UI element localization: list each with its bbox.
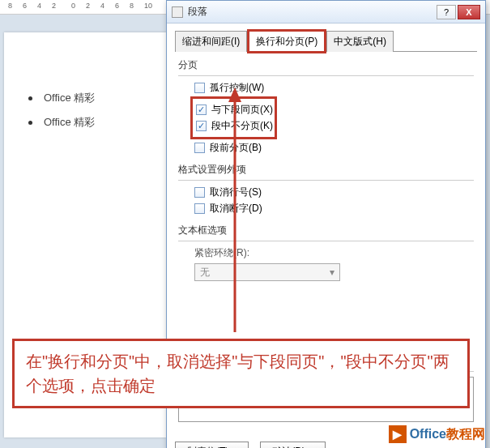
logo-icon: ▶ (389, 425, 407, 443)
keep-lines-together-checkbox[interactable] (196, 121, 207, 131)
group-label: 分页 (178, 58, 474, 72)
keep-with-next-checkbox[interactable] (196, 105, 207, 115)
select-value: 无 (200, 266, 210, 279)
list-item-text: Office 精彩 (44, 91, 95, 105)
ruler-mark: 10 (144, 2, 152, 10)
ruler-mark: 8 (8, 2, 12, 10)
suppress-line-numbers-checkbox[interactable] (194, 187, 205, 198)
list-item[interactable]: Office 精彩 (20, 91, 150, 105)
ruler-mark: 6 (115, 2, 119, 10)
tight-wrap-select[interactable]: 无 (194, 263, 340, 281)
bullet-icon (28, 121, 32, 125)
ruler-mark: 2 (86, 2, 90, 10)
dialog-icon (172, 6, 183, 18)
checkbox-label: 段中不分页(K) (211, 119, 273, 133)
wrap-label: 紧密环绕(R): (194, 246, 474, 260)
tab-chinese-typography[interactable]: 中文版式(H) (326, 31, 394, 52)
close-button[interactable]: X (458, 5, 480, 19)
help-button[interactable]: ? (437, 5, 456, 19)
default-button[interactable]: 默认(D)... (260, 442, 326, 448)
watermark-site: 教程网 (446, 426, 485, 443)
tabstops-button[interactable]: 制表位(T)... (175, 442, 249, 448)
instruction-callout: 在"换行和分页"中，取消选择"与下段同页"，"段中不分页"两个选项，点击确定 (12, 339, 470, 408)
group-label: 格式设置例外项 (178, 163, 474, 177)
list-item[interactable]: Office 精彩 (20, 115, 150, 130)
highlighted-options: 与下段同页(X) 段中不分页(K) (193, 99, 275, 137)
ruler-mark: 2 (52, 2, 56, 10)
ruler-mark: 6 (23, 2, 27, 10)
dialog-title: 段落 (188, 5, 437, 19)
ruler-mark: 8 (130, 2, 134, 10)
pagination-group: 分页 孤行控制(W) 与下段同页(X) 段中不分页(K) (178, 58, 474, 155)
page-break-before-checkbox[interactable] (194, 143, 205, 153)
checkbox-label: 取消行号(S) (210, 186, 262, 199)
ruler-mark: 4 (100, 2, 104, 10)
divider (178, 180, 474, 181)
list-item-text: Office 精彩 (44, 115, 95, 130)
bullet-icon (28, 96, 32, 100)
ruler-mark: 4 (37, 2, 41, 10)
exceptions-group: 格式设置例外项 取消行号(S) 取消断字(D) (178, 163, 474, 215)
tab-strip: 缩进和间距(I) 换行和分页(P) 中文版式(H) (167, 23, 485, 51)
group-label: 文本框选项 (178, 224, 474, 237)
watermark: ▶ Office 教程网 (389, 425, 485, 443)
watermark-office: Office (410, 427, 446, 442)
dialog-titlebar[interactable]: 段落 ? X (167, 1, 485, 23)
widow-control-checkbox[interactable] (194, 83, 205, 93)
tab-indent-spacing[interactable]: 缩进和间距(I) (175, 31, 247, 52)
textbox-options-group: 文本框选项 紧密环绕(R): 无 (178, 224, 474, 281)
checkbox-label: 段前分页(B) (210, 141, 262, 155)
divider (178, 75, 474, 76)
tab-pagination[interactable]: 换行和分页(P) (249, 31, 325, 52)
ruler-mark: 0 (71, 2, 75, 10)
checkbox-label: 孤行控制(W) (210, 81, 264, 95)
divider (178, 241, 474, 241)
checkbox-label: 与下段同页(X) (211, 103, 273, 117)
no-hyphenation-checkbox[interactable] (194, 203, 205, 214)
checkbox-label: 取消断字(D) (210, 202, 262, 215)
